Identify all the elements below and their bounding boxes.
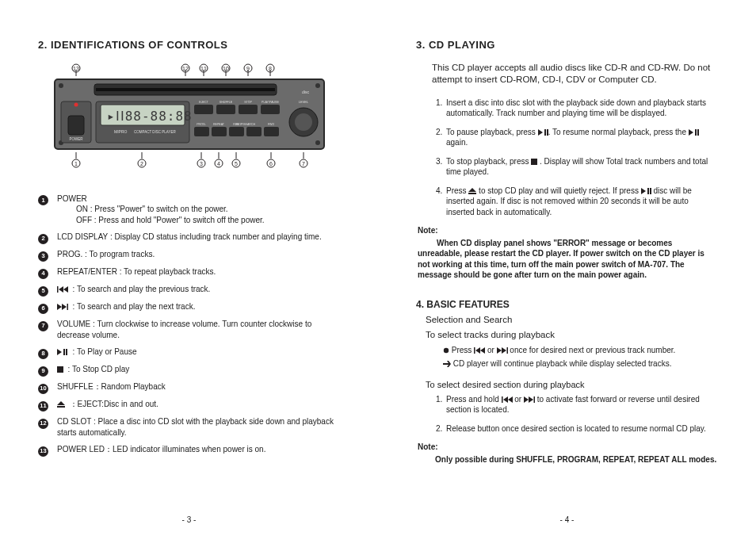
control-item: 3PROG. : To program tracks. (38, 249, 340, 260)
svg-point-4 (315, 83, 320, 88)
svg-text:MIPRO: MIPRO (114, 129, 128, 134)
bullet-icon (443, 347, 449, 354)
page-left: 2. IDENTIFICATIONS OF CONTROLS disc POWE… (0, 0, 378, 536)
control-number-badge: 6 (38, 304, 48, 314)
cd-player-diagram: disc POWER ▸ⅠⅠ88-88:88 MIPRO COMPACT DIS… (47, 62, 332, 181)
page-right: 3. CD PLAYING This CD player accepts all… (378, 0, 756, 536)
control-item: 9 : To Stop CD play (38, 364, 340, 375)
svg-text:EJECT: EJECT (199, 101, 208, 104)
control-item: 8 : To Play or Pause (38, 346, 340, 358)
page-spread: 2. IDENTIFICATIONS OF CONTROLS disc POWE… (0, 0, 756, 536)
svg-rect-30 (212, 127, 227, 136)
svg-text:▸ⅠⅠ88-88:88: ▸ⅠⅠ88-88:88 (107, 109, 193, 124)
svg-rect-32 (229, 127, 244, 136)
svg-text:POWER: POWER (69, 137, 83, 141)
prev-icon (57, 286, 68, 293)
next-icon (57, 304, 68, 310)
section-4-bullets: Press or once for desired next or previo… (443, 345, 718, 369)
prev-icon (474, 347, 485, 354)
svg-text:COMPACT DISC PLAYER: COMPACT DISC PLAYER (134, 130, 177, 134)
control-item: 12CD SLOT : Place a disc into CD slot wi… (38, 416, 340, 438)
control-item: 11 ：EJECT:Disc in and out. (38, 399, 340, 410)
control-item: 10SHUFFLE：Random Playback (38, 381, 340, 392)
svg-point-40 (295, 113, 312, 131)
svg-text:LEVEL: LEVEL (298, 100, 308, 104)
svg-text:FWD: FWD (267, 123, 274, 126)
control-item: 6 : To search and play the next track. (38, 301, 340, 312)
control-item: 4REPEAT/ENTER : To repeat playback track… (38, 266, 340, 278)
svg-text:disc: disc (302, 90, 309, 94)
next-icon (524, 396, 535, 403)
eject-icon (57, 401, 65, 408)
step-item: Press and hold or to activate fast forwa… (445, 394, 718, 415)
svg-text:7: 7 (302, 160, 305, 166)
section-3-intro: This CD player accepts all audio discs l… (432, 62, 718, 86)
svg-text:6: 6 (269, 160, 273, 166)
playpause-icon (538, 129, 548, 136)
section-3-heading: 3. CD PLAYING (416, 38, 718, 52)
svg-text:SKIP/SEARCH: SKIP/SEARCH (235, 123, 255, 126)
note-4-body: Only possible during SHUFFLE, PROGRAM, R… (435, 454, 718, 465)
prev-icon (502, 396, 513, 403)
control-item: 5 : To search and play the previous trac… (38, 284, 340, 295)
svg-rect-26 (261, 105, 280, 114)
section-2-heading: 2. IDENTIFICATIONS OF CONTROLS (38, 38, 340, 52)
svg-text:1: 1 (74, 160, 78, 166)
svg-text:PROG.: PROG. (197, 123, 206, 126)
control-number-badge: 2 (38, 234, 48, 244)
section-4-sub1: Selection and Search (426, 314, 718, 327)
control-item: 7VOLUME : Turn clockwise to increase vol… (38, 319, 340, 340)
svg-text:5: 5 (235, 160, 238, 166)
section-4-steps: Press and hold or to activate fast forwa… (445, 394, 718, 435)
section-4-sub3: To select desired section during playbac… (426, 379, 718, 391)
step-item: To stop playback, press . Display will s… (445, 156, 718, 178)
control-item: 1POWERON : Press "Power" to switch on th… (38, 193, 340, 226)
control-number-badge: 4 (38, 269, 48, 279)
control-number-badge: 13 (38, 446, 48, 457)
page-number-left: - 3 - (0, 515, 378, 526)
svg-point-6 (315, 140, 320, 145)
svg-text:9: 9 (246, 65, 250, 71)
svg-text:PLAY/PAUSE: PLAY/PAUSE (262, 101, 279, 104)
svg-rect-28 (194, 127, 209, 136)
control-number-badge: 12 (38, 419, 48, 429)
svg-point-3 (59, 83, 63, 88)
control-number-badge: 7 (38, 321, 48, 331)
svg-rect-20 (194, 105, 213, 114)
control-number-badge: 8 (38, 349, 48, 359)
section-4-heading: 4. BASIC FEATURES (416, 298, 718, 311)
control-number-badge: 10 (38, 384, 48, 394)
control-item: 2LCD DISPLAY : Display CD status includi… (38, 232, 340, 243)
svg-rect-34 (246, 127, 262, 136)
step-item: To pause playback, press . To resume nor… (445, 127, 718, 148)
svg-text:3: 3 (200, 160, 203, 166)
bullet-item: CD player will continue playback while d… (443, 358, 718, 369)
page-number-right: - 4 - (378, 515, 756, 526)
note-3-label: Note: (418, 225, 718, 236)
controls-list: 1POWERON : Press "Power" to switch on th… (38, 193, 340, 456)
next-icon (497, 347, 508, 354)
control-number-badge: 3 (38, 251, 48, 262)
stop-icon (531, 159, 537, 165)
control-number-badge: 9 (38, 366, 48, 377)
control-item: 13POWER LED：LED indicator illuminates wh… (38, 444, 340, 455)
bullet-item: Press or once for desired next or previo… (443, 345, 718, 356)
svg-rect-8 (96, 88, 275, 91)
svg-text:4: 4 (217, 160, 220, 166)
svg-text:REPEAT: REPEAT (212, 123, 224, 126)
svg-text:12: 12 (182, 65, 189, 71)
svg-text:2: 2 (140, 160, 143, 166)
control-number-badge: 11 (38, 401, 48, 412)
stop-icon (57, 366, 63, 373)
svg-text:13: 13 (73, 65, 79, 71)
eject-icon (468, 188, 476, 194)
svg-rect-22 (216, 105, 235, 114)
arrow-icon (443, 361, 451, 367)
svg-text:STOP: STOP (244, 101, 252, 104)
note-3-body: When CD display panel shows "ERROR" mess… (418, 238, 718, 281)
playpause-icon (689, 129, 699, 136)
svg-point-11 (74, 102, 78, 106)
control-number-badge: 5 (38, 286, 48, 297)
svg-text:SHUFFLE: SHUFFLE (219, 101, 232, 104)
section-3-steps: Insert a disc into disc slot with the pl… (445, 98, 718, 218)
